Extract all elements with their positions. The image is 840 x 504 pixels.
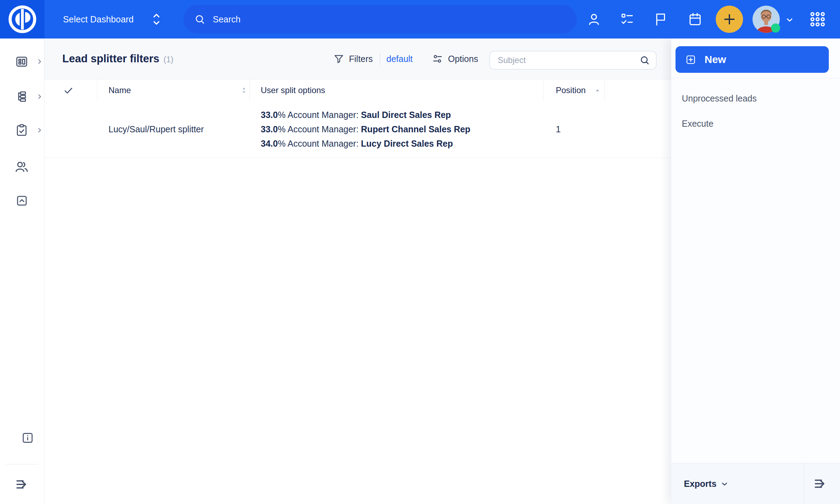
page-title-text: Lead splitter filters xyxy=(62,52,159,65)
dashboard-selector-label: Select Dashboard xyxy=(63,14,134,24)
chevron-down-icon xyxy=(720,479,729,489)
row-split-options-cell: 33.0% Account Manager: Saul Direct Sales… xyxy=(261,101,470,158)
hierarchy-icon xyxy=(15,90,29,104)
column-header-split-options[interactable]: User split options xyxy=(261,79,325,101)
sidebar-item-forms[interactable] xyxy=(15,123,29,137)
contacts-icon xyxy=(14,159,29,174)
page-title: Lead splitter filters (1) xyxy=(62,38,173,79)
column-header-name[interactable]: Name xyxy=(108,79,131,101)
new-button-label: New xyxy=(705,54,726,65)
column-header-split-options-label: User split options xyxy=(261,85,325,95)
search-icon xyxy=(194,13,206,25)
left-sidebar xyxy=(0,38,44,504)
onepagecrm-logo-icon xyxy=(8,5,37,34)
panel-footer: Exports xyxy=(671,463,840,504)
dashboard-icon xyxy=(15,55,29,69)
active-filter-value: default xyxy=(386,54,413,64)
apps-grid-icon xyxy=(808,10,827,28)
apps-menu-button[interactable] xyxy=(808,10,827,28)
app-window: Select Dashboard xyxy=(0,0,840,504)
tasks-button[interactable] xyxy=(620,12,635,27)
split-option-line: 33.0% Account Manager: Saul Direct Sales… xyxy=(261,108,470,122)
divider xyxy=(6,464,38,464)
info-button[interactable] xyxy=(21,431,34,444)
clipboard-check-icon xyxy=(15,123,29,137)
divider xyxy=(250,79,250,101)
panel-item-execute[interactable]: Execute xyxy=(682,114,713,133)
calendar-button[interactable] xyxy=(687,12,703,27)
divider xyxy=(544,79,544,101)
exports-button[interactable]: Exports xyxy=(684,463,729,504)
right-action-panel: New Unprocessed leads Execute Exports xyxy=(671,38,840,504)
split-option-line: 34.0% Account Manager: Lucy Direct Sales… xyxy=(261,136,470,151)
dashboard-selector[interactable]: Select Dashboard xyxy=(63,0,162,38)
sidebar-item-contacts[interactable] xyxy=(14,159,29,174)
divider xyxy=(380,53,380,65)
chevron-right-icon[interactable] xyxy=(36,93,43,100)
filters-label: Filters xyxy=(349,54,373,64)
row-position: 1 xyxy=(556,124,561,134)
top-bar: Select Dashboard xyxy=(0,0,840,38)
options-label: Options xyxy=(448,54,478,64)
row-name-cell: Lucy/Saul/Rupert splitter xyxy=(108,101,204,158)
divider xyxy=(804,463,804,504)
filters-button[interactable]: Filters xyxy=(333,38,373,79)
active-filter-link[interactable]: default xyxy=(386,38,413,79)
sliders-icon xyxy=(432,53,443,65)
new-button[interactable]: New xyxy=(676,46,829,73)
row-name: Lucy/Saul/Rupert splitter xyxy=(108,124,204,134)
subject-search-input[interactable] xyxy=(497,55,636,65)
expand-arrow-icon xyxy=(812,476,828,492)
panel-item-label: Execute xyxy=(682,119,713,129)
column-header-position-label: Position xyxy=(556,85,586,95)
divider xyxy=(671,78,840,78)
search-input[interactable] xyxy=(212,14,566,25)
profile-menu-chevron-icon[interactable] xyxy=(785,15,794,25)
info-icon xyxy=(21,431,34,444)
collapse-panel-button[interactable] xyxy=(812,476,828,492)
flag-button[interactable] xyxy=(653,12,668,27)
person-icon xyxy=(587,12,601,27)
quick-add-button[interactable] xyxy=(716,6,743,33)
divider xyxy=(97,79,97,101)
chevron-right-icon[interactable] xyxy=(36,127,43,134)
split-option-line: 33.0% Account Manager: Rupert Channel Sa… xyxy=(261,122,470,136)
chevron-right-icon[interactable] xyxy=(36,58,43,65)
divider xyxy=(604,79,605,101)
expand-arrow-icon xyxy=(14,476,30,492)
sidebar-item-pipelines[interactable] xyxy=(15,90,29,104)
home-logo-button[interactable] xyxy=(0,0,44,38)
column-header-name-label: Name xyxy=(108,85,131,95)
contacts-button[interactable] xyxy=(586,12,602,27)
expand-sidebar-button[interactable] xyxy=(14,476,30,492)
panel-item-unprocessed-leads[interactable]: Unprocessed leads xyxy=(682,89,757,107)
panel-item-label: Unprocessed leads xyxy=(682,93,757,104)
plus-icon xyxy=(722,12,737,27)
plus-square-icon xyxy=(685,54,696,65)
tasks-icon xyxy=(620,12,635,27)
result-count: (1) xyxy=(163,54,173,64)
flag-icon xyxy=(653,12,668,27)
sidebar-item-import[interactable] xyxy=(15,194,28,207)
funnel-icon xyxy=(333,53,344,64)
table-row[interactable]: Lucy/Saul/Rupert splitter 33.0% Account … xyxy=(44,101,671,158)
sort-up-icon[interactable] xyxy=(594,88,601,94)
panel-up-icon xyxy=(15,194,28,207)
select-all-check-icon[interactable] xyxy=(63,85,74,96)
subject-search xyxy=(489,51,657,70)
online-status-dot xyxy=(771,23,780,33)
global-search xyxy=(183,5,577,34)
unfold-chevrons-icon xyxy=(151,11,162,27)
column-header-position[interactable]: Position xyxy=(556,79,586,101)
row-position-cell: 1 xyxy=(556,101,561,158)
options-button[interactable]: Options xyxy=(432,38,478,79)
exports-label: Exports xyxy=(684,479,716,489)
search-icon[interactable] xyxy=(639,55,650,66)
calendar-icon xyxy=(688,12,702,27)
sidebar-item-dashboards[interactable] xyxy=(15,55,29,69)
table-header-row: Name User split options Position xyxy=(44,79,671,102)
sort-updown-icon[interactable] xyxy=(240,86,248,94)
